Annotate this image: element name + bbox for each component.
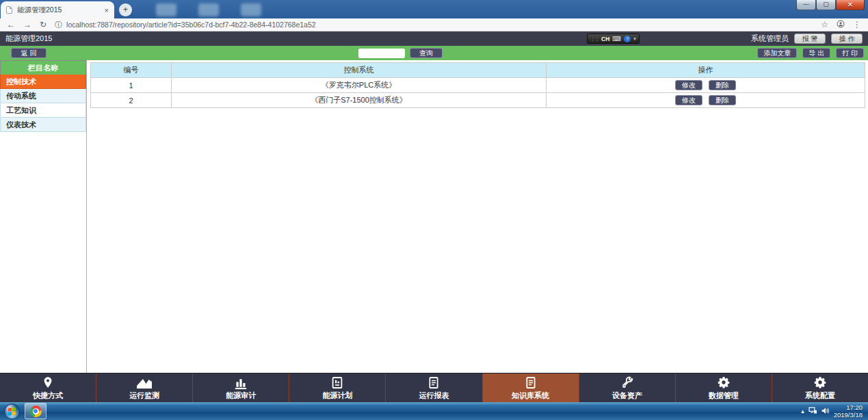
ime-language-bar[interactable]: ⋮⋮ CH ⌨ ? ▾ xyxy=(587,34,640,44)
taskbar-clock[interactable]: 17:20 2019/3/18 xyxy=(834,404,863,419)
desktop-ghost-icon xyxy=(241,3,261,16)
document-chart-icon xyxy=(331,375,343,389)
gear-icon xyxy=(813,375,827,389)
header-right-group: 系统管理员 报 警 操 作 xyxy=(751,34,863,44)
cell-id: 2 xyxy=(91,93,172,108)
ime-help-icon[interactable]: ? xyxy=(624,36,631,42)
cell-title: 《罗克韦尔PLC系统》 xyxy=(172,78,547,93)
nav-item-run-monitoring[interactable]: 运行监测 xyxy=(96,373,193,402)
nav-item-run-report[interactable]: 运行报表 xyxy=(386,373,482,402)
export-button[interactable]: 导 出 xyxy=(802,48,830,58)
bookmark-star-icon[interactable]: ☆ xyxy=(821,21,828,29)
browser-tab[interactable]: 能源管理2015 × xyxy=(1,1,114,18)
sidebar-item-transmission[interactable]: 传动系统 xyxy=(0,89,86,103)
gear-icon xyxy=(717,375,731,389)
sidebar-item-instrument-tech[interactable]: 仪表技术 xyxy=(0,118,86,132)
page-info-icon[interactable]: ⓘ xyxy=(55,20,62,30)
page-favicon-icon xyxy=(6,6,12,14)
alarm-button[interactable]: 报 警 xyxy=(794,34,826,44)
toolbar: 返 回 查询 添加文章 导 出 打 印 xyxy=(0,46,868,60)
bar-chart-icon xyxy=(234,375,248,389)
app-header: 能源管理2015 ⋮⋮ CH ⌨ ? ▾ 系统管理员 报 警 操 作 xyxy=(0,31,868,46)
tray-expand-icon[interactable]: ▴ xyxy=(801,408,804,415)
sidebar-item-process-knowledge[interactable]: 工艺知识 xyxy=(0,103,86,118)
ime-language-label[interactable]: CH xyxy=(601,36,609,42)
cell-actions: 修改 删除 xyxy=(547,78,865,93)
back-button[interactable]: 返 回 xyxy=(11,48,47,58)
nav-item-energy-audit[interactable]: 能源审计 xyxy=(193,373,289,402)
content-area: 栏目名称 控制技术 传动系统 工艺知识 仪表技术 编号 控制系统 操作 1 《罗… xyxy=(0,60,868,373)
close-button[interactable]: ✕ xyxy=(836,0,865,10)
screen: 能源管理2015 × + — ▢ ✕ ← → ↻ ⓘ localhost:788… xyxy=(0,0,868,420)
nav-item-equipment-assets[interactable]: 设备资产 xyxy=(579,373,676,402)
location-pin-icon xyxy=(42,375,54,389)
minimize-button[interactable]: — xyxy=(796,0,816,10)
taskbar-chrome-button[interactable] xyxy=(25,403,47,419)
sidebar-item-control-tech[interactable]: 控制技术 xyxy=(0,75,86,89)
system-tray: ▴ 17:20 2019/3/18 xyxy=(801,404,863,419)
query-button[interactable]: 查询 xyxy=(410,48,443,58)
browser-tab-strip: 能源管理2015 × + — ▢ ✕ xyxy=(0,0,868,18)
desktop-ghost-icon xyxy=(156,3,176,16)
new-tab-button[interactable]: + xyxy=(119,3,132,16)
nav-item-shortcuts[interactable]: 快捷方式 xyxy=(0,373,96,402)
nav-item-data-management[interactable]: 数据管理 xyxy=(676,373,772,402)
search-input[interactable] xyxy=(358,49,405,58)
url-text: localhost:7887/repository/article?id=35b… xyxy=(66,21,316,29)
desktop-ghost-icon xyxy=(198,3,219,16)
bottom-navigation: 快捷方式 运行监测 能源审计 能源计划 运行报表 xyxy=(0,373,868,402)
delete-button[interactable]: 删除 xyxy=(709,95,736,105)
address-field[interactable]: ⓘ localhost:7887/repository/article?id=3… xyxy=(55,20,813,30)
forward-icon[interactable]: → xyxy=(23,21,31,29)
category-sidebar: 栏目名称 控制技术 传动系统 工艺知识 仪表技术 xyxy=(0,60,87,373)
keyboard-icon[interactable]: ⌨ xyxy=(612,36,621,42)
toolbar-right-group: 添加文章 导 出 打 印 xyxy=(757,48,864,58)
operate-button[interactable]: 操 作 xyxy=(831,34,863,44)
time-label: 17:20 xyxy=(834,404,863,411)
table-header-row: 编号 控制系统 操作 xyxy=(91,63,865,78)
app-title: 能源管理2015 xyxy=(5,34,52,44)
sidebar-header: 栏目名称 xyxy=(0,60,86,75)
document-lines-icon xyxy=(428,375,440,389)
cell-actions: 修改 删除 xyxy=(547,93,865,108)
print-button[interactable]: 打 印 xyxy=(836,48,864,58)
add-article-button[interactable]: 添加文章 xyxy=(757,48,797,58)
table-row: 2 《西门子S7-1500控制系统》 修改 删除 xyxy=(91,93,865,108)
nav-item-energy-plan[interactable]: 能源计划 xyxy=(289,373,386,402)
start-button[interactable] xyxy=(4,404,20,419)
windows-logo-icon xyxy=(8,407,16,415)
back-icon[interactable]: ← xyxy=(7,21,15,29)
tab-title: 能源管理2015 xyxy=(17,5,100,15)
modify-button[interactable]: 修改 xyxy=(675,80,702,90)
window-controls: — ▢ ✕ xyxy=(796,0,865,10)
tab-close-icon[interactable]: × xyxy=(105,6,109,14)
article-table: 编号 控制系统 操作 1 《罗克韦尔PLC系统》 修改 删除 2 《西门子S7-… xyxy=(90,62,865,108)
nav-item-system-config[interactable]: 系统配置 xyxy=(772,373,868,402)
column-header-title: 控制系统 xyxy=(172,63,547,78)
speaker-icon[interactable] xyxy=(821,407,830,416)
date-label: 2019/3/18 xyxy=(834,411,863,419)
network-icon[interactable] xyxy=(808,407,817,416)
cell-title: 《西门子S7-1500控制系统》 xyxy=(172,93,547,108)
windows-taskbar: ▴ 17:20 2019/3/18 xyxy=(0,402,868,420)
column-header-id: 编号 xyxy=(91,63,172,78)
current-user-label: 系统管理员 xyxy=(751,34,789,44)
ime-options-icon[interactable]: ▾ xyxy=(633,36,636,42)
article-table-area: 编号 控制系统 操作 1 《罗克韦尔PLC系统》 修改 删除 2 《西门子S7-… xyxy=(87,60,868,373)
delete-button[interactable]: 删除 xyxy=(709,80,736,90)
browser-menu-icon[interactable]: ⋮ xyxy=(853,21,861,29)
ime-grip-icon[interactable]: ⋮⋮ xyxy=(590,36,599,42)
modify-button[interactable]: 修改 xyxy=(675,95,702,105)
area-chart-icon xyxy=(136,375,153,389)
table-row: 1 《罗克韦尔PLC系统》 修改 删除 xyxy=(91,78,865,93)
search-group: 查询 xyxy=(358,48,443,58)
reload-icon[interactable]: ↻ xyxy=(40,21,47,29)
browser-url-bar: ← → ↻ ⓘ localhost:7887/repository/articl… xyxy=(0,18,868,31)
chrome-icon xyxy=(30,406,42,417)
nav-item-knowledge-base[interactable]: 知识库系统 xyxy=(483,373,579,402)
document-lines-icon xyxy=(525,375,537,389)
cell-id: 1 xyxy=(91,78,172,93)
profile-icon[interactable] xyxy=(837,20,845,29)
column-header-actions: 操作 xyxy=(547,63,865,78)
maximize-button[interactable]: ▢ xyxy=(816,0,836,10)
